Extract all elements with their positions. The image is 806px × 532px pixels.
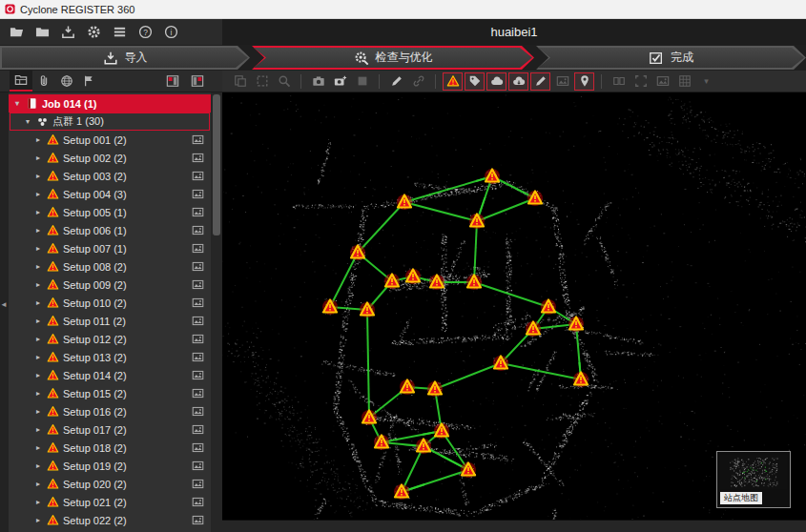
tree-expander-icon[interactable]: ▸ bbox=[33, 335, 43, 343]
setup-marker-16[interactable] bbox=[573, 372, 589, 387]
setup-image-icon[interactable] bbox=[192, 206, 204, 218]
workflow-step-finish[interactable]: 完成 bbox=[536, 46, 806, 70]
tree-item-job[interactable]: ▾Job 014 (1) bbox=[9, 94, 211, 113]
tree-item-setup-022[interactable]: ▸Setup 022 (2) bbox=[9, 511, 211, 529]
tree-item-setup-008[interactable]: ▸Setup 008 (2) bbox=[9, 257, 211, 276]
tree-item-setup-011[interactable]: ▸Setup 011 (2) bbox=[9, 312, 211, 330]
show-labels-toggle[interactable] bbox=[465, 72, 485, 91]
recent-projects-icon[interactable] bbox=[31, 22, 54, 43]
open-project-icon[interactable] bbox=[5, 22, 29, 43]
tree-scrollbar-thumb[interactable] bbox=[213, 94, 220, 235]
setup-marker-7[interactable] bbox=[405, 269, 421, 284]
setup-marker-1[interactable] bbox=[397, 194, 412, 210]
tree-expander-icon[interactable]: ▸ bbox=[33, 407, 43, 416]
tab-bookmarks[interactable] bbox=[78, 71, 101, 92]
tree-item-setup-003[interactable]: ▸Setup 003 (2) bbox=[9, 167, 211, 185]
tree-expander-icon[interactable]: ▸ bbox=[33, 244, 43, 253]
setup-image-icon[interactable] bbox=[192, 315, 204, 327]
snapshot-icon[interactable] bbox=[308, 72, 328, 91]
tree-expander-icon[interactable]: ▸ bbox=[33, 516, 43, 524]
setup-marker-18[interactable] bbox=[427, 381, 443, 397]
sidebar-collapse-button[interactable]: ◄ bbox=[0, 92, 9, 532]
tree-expander-icon[interactable]: ▸ bbox=[33, 190, 43, 198]
setup-marker-14[interactable] bbox=[568, 317, 584, 332]
setup-marker-3[interactable] bbox=[527, 191, 543, 206]
import-data-icon[interactable] bbox=[56, 22, 80, 43]
setup-marker-9[interactable] bbox=[466, 275, 482, 290]
show-setups-toggle[interactable] bbox=[443, 72, 463, 91]
setup-marker-24[interactable] bbox=[394, 484, 409, 500]
tree-expander-icon[interactable]: ▸ bbox=[33, 443, 43, 452]
setup-marker-12[interactable] bbox=[541, 299, 556, 315]
tab-web[interactable] bbox=[55, 71, 78, 92]
tree-expander-icon[interactable]: ▾ bbox=[23, 117, 32, 126]
tree-item-setup-021[interactable]: ▸Setup 021 (2) bbox=[9, 493, 211, 511]
tree-expander-icon[interactable]: ▸ bbox=[33, 208, 43, 216]
sitemap-minimap[interactable]: 站点地图 bbox=[716, 451, 791, 508]
tree-expander-icon[interactable]: ▸ bbox=[33, 498, 43, 506]
thumbnail-view-icon[interactable] bbox=[161, 71, 184, 92]
setup-image-icon[interactable] bbox=[192, 133, 204, 146]
setup-marker-19[interactable] bbox=[362, 410, 377, 425]
setup-marker-21[interactable] bbox=[374, 435, 389, 450]
setup-image-icon[interactable] bbox=[192, 387, 204, 399]
tree-expander-icon[interactable]: ▸ bbox=[33, 317, 43, 325]
tree-expander-icon[interactable]: ▾ bbox=[12, 99, 22, 108]
setup-image-icon[interactable] bbox=[192, 514, 204, 526]
capture-image-icon[interactable] bbox=[330, 72, 350, 91]
tree-item-setup-002[interactable]: ▸Setup 002 (2) bbox=[9, 149, 211, 167]
settings-icon[interactable] bbox=[82, 22, 106, 43]
setup-image-icon[interactable] bbox=[192, 351, 204, 363]
setup-marker-2[interactable] bbox=[485, 169, 500, 184]
tree-expander-icon[interactable]: ▸ bbox=[33, 280, 43, 289]
tree-item-setup-015[interactable]: ▸Setup 015 (2) bbox=[9, 384, 211, 402]
setup-marker-10[interactable] bbox=[322, 299, 338, 315]
show-annotations-toggle[interactable] bbox=[530, 72, 550, 91]
setup-marker-23[interactable] bbox=[461, 462, 476, 478]
setup-image-icon[interactable] bbox=[192, 260, 204, 273]
tree-item-setup-016[interactable]: ▸Setup 016 (2) bbox=[9, 402, 211, 420]
tree-item-setup-019[interactable]: ▸Setup 019 (2) bbox=[9, 457, 211, 475]
setup-marker-6[interactable] bbox=[384, 274, 400, 289]
setup-marker-5[interactable] bbox=[350, 245, 365, 260]
setup-image-icon[interactable] bbox=[192, 405, 204, 418]
workflow-step-review-optimize[interactable]: 检查与优化 bbox=[252, 46, 534, 70]
tree-item-cluster[interactable]: ▾点群 1 (30) bbox=[10, 113, 210, 131]
tree-item-setup-014[interactable]: ▸Setup 014 (2) bbox=[9, 366, 211, 384]
detail-view-icon[interactable] bbox=[186, 71, 209, 92]
setup-image-icon[interactable] bbox=[192, 460, 204, 472]
setup-image-icon[interactable] bbox=[192, 278, 204, 291]
setup-image-icon[interactable] bbox=[192, 333, 204, 345]
tree-expander-icon[interactable]: ▸ bbox=[33, 371, 43, 379]
tree-item-setup-012[interactable]: ▸Setup 012 (2) bbox=[9, 330, 211, 348]
workflow-step-import[interactable]: 导入 bbox=[0, 46, 250, 70]
tree-item-setup-001[interactable]: ▸Setup 001 (2) bbox=[9, 131, 211, 149]
setup-image-icon[interactable] bbox=[192, 170, 204, 182]
tree-expander-icon[interactable]: ▸ bbox=[33, 425, 43, 434]
setup-image-icon[interactable] bbox=[192, 188, 204, 200]
show-cloud-toggle[interactable] bbox=[486, 72, 506, 91]
tab-project-explorer[interactable] bbox=[10, 71, 32, 92]
setup-marker-17[interactable] bbox=[400, 379, 415, 395]
tree-item-setup-004[interactable]: ▸Setup 004 (3) bbox=[9, 185, 211, 203]
tree-expander-icon[interactable]: ▸ bbox=[33, 172, 43, 180]
tree-item-setup-010[interactable]: ▸Setup 010 (2) bbox=[9, 294, 211, 312]
setup-marker-15[interactable] bbox=[493, 356, 508, 371]
tree-expander-icon[interactable]: ▸ bbox=[33, 226, 43, 235]
tree-scrollbar[interactable] bbox=[211, 92, 222, 532]
tree-item-setup-005[interactable]: ▸Setup 005 (1) bbox=[9, 203, 211, 221]
show-geotags-toggle[interactable] bbox=[574, 72, 594, 91]
setup-marker-22[interactable] bbox=[416, 439, 431, 454]
tree-expander-icon[interactable]: ▸ bbox=[33, 298, 43, 307]
setup-marker-11[interactable] bbox=[360, 302, 375, 317]
setup-marker-4[interactable] bbox=[469, 214, 485, 229]
tree-expander-icon[interactable]: ▸ bbox=[33, 135, 43, 144]
setup-image-icon[interactable] bbox=[192, 224, 204, 236]
storage-manager-icon[interactable] bbox=[108, 22, 132, 43]
tree-item-setup-017[interactable]: ▸Setup 017 (2) bbox=[9, 420, 211, 439]
setup-marker-8[interactable] bbox=[429, 275, 444, 290]
tree-expander-icon[interactable]: ▸ bbox=[33, 480, 43, 488]
tree-expander-icon[interactable]: ▸ bbox=[33, 389, 43, 398]
tree-item-setup-006[interactable]: ▸Setup 006 (1) bbox=[9, 221, 211, 239]
setup-image-icon[interactable] bbox=[192, 242, 204, 255]
